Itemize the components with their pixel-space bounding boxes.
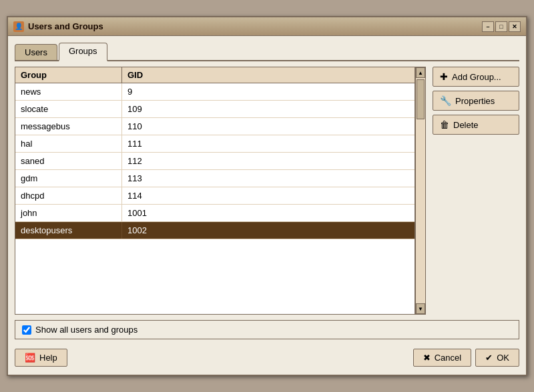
app-icon: 👤 [13,21,24,32]
table-row[interactable]: messagebus 110 [15,118,415,135]
main-window: 👤 Users and Groups – □ ✕ Users Groups Gr… [7,16,527,376]
cell-group: news [15,83,122,100]
ok-button[interactable]: ✔ OK [475,349,519,367]
scroll-up-button[interactable]: ▲ [416,67,425,78]
cell-gid: 109 [122,101,415,117]
cell-group: messagebus [15,118,122,135]
cell-gid: 1001 [122,205,415,221]
delete-icon: 🗑 [440,119,449,130]
cell-group: desktopusers [15,222,122,239]
tab-bar: Users Groups [15,43,519,61]
cell-group: john [15,205,122,221]
cell-gid: 114 [122,187,415,204]
bottom-bar: Show all users and groups [15,320,519,339]
table-row[interactable]: slocate 109 [15,101,415,118]
tab-groups[interactable]: Groups [59,43,107,61]
table-row[interactable]: news 9 [15,83,415,101]
cell-group: dhcpd [15,187,122,204]
properties-button[interactable]: 🔧 Properties [433,91,519,111]
col-header-group: Group [15,67,122,83]
ok-label: OK [497,353,509,363]
table-header: Group GID [15,67,415,83]
table-wrapper: Group GID news 9 slocate 109 me [15,67,426,315]
ok-icon: ✔ [485,353,493,363]
table-row[interactable]: saned 112 [15,153,415,170]
close-button[interactable]: ✕ [509,21,521,32]
table-body: news 9 slocate 109 messagebus 110 hal [15,83,415,314]
cancel-button[interactable]: ✖ Cancel [413,349,471,367]
show-all-label: Show all users and groups [35,325,138,335]
cell-gid: 9 [122,83,415,100]
group-table: Group GID news 9 slocate 109 me [15,67,415,315]
delete-label: Delete [453,120,479,130]
footer-left: 🆘 Help [15,349,67,367]
cell-group: hal [15,135,122,152]
cell-gid: 111 [122,135,415,152]
tab-users[interactable]: Users [15,44,57,60]
add-icon: ✚ [440,71,448,82]
scrollbar[interactable]: ▲ ▼ [415,67,426,315]
table-row[interactable]: desktopusers 1002 [15,222,415,239]
properties-icon: 🔧 [440,95,451,106]
window-title: Users and Groups [28,21,103,31]
maximize-button[interactable]: □ [495,21,507,32]
scroll-down-button[interactable]: ▼ [416,303,425,314]
table-row[interactable]: john 1001 [15,205,415,222]
footer: 🆘 Help ✖ Cancel ✔ OK [15,345,519,368]
delete-button[interactable]: 🗑 Delete [433,115,519,135]
help-label: Help [39,353,57,363]
titlebar-controls: – □ ✕ [482,21,521,32]
table-row[interactable]: gdm 113 [15,170,415,187]
cell-group: gdm [15,170,122,187]
help-button[interactable]: 🆘 Help [15,349,67,367]
cancel-icon: ✖ [423,353,431,363]
cell-gid: 110 [122,118,415,135]
table-row[interactable]: dhcpd 114 [15,187,415,205]
help-icon: 🆘 [25,353,35,363]
cell-gid: 1002 [122,222,415,239]
scroll-thumb[interactable] [417,79,425,119]
minimize-button[interactable]: – [482,21,494,32]
show-all-checkbox[interactable] [22,325,31,335]
cell-gid: 112 [122,153,415,169]
titlebar-left: 👤 Users and Groups [13,21,103,32]
titlebar: 👤 Users and Groups – □ ✕ [8,17,526,36]
window-content: Users Groups Group GID news 9 [8,36,526,375]
table-row[interactable]: hal 111 [15,135,415,153]
cancel-label: Cancel [435,353,461,363]
main-area: Group GID news 9 slocate 109 me [15,67,519,315]
cell-gid: 113 [122,170,415,187]
add-group-label: Add Group... [452,72,501,82]
footer-right: ✖ Cancel ✔ OK [413,349,519,367]
cell-group: saned [15,153,122,169]
side-buttons: ✚ Add Group... 🔧 Properties 🗑 Delete [433,67,519,315]
col-header-gid: GID [122,67,415,83]
properties-label: Properties [455,96,495,106]
add-group-button[interactable]: ✚ Add Group... [433,67,519,87]
scroll-track[interactable] [416,78,425,303]
cell-group: slocate [15,101,122,117]
